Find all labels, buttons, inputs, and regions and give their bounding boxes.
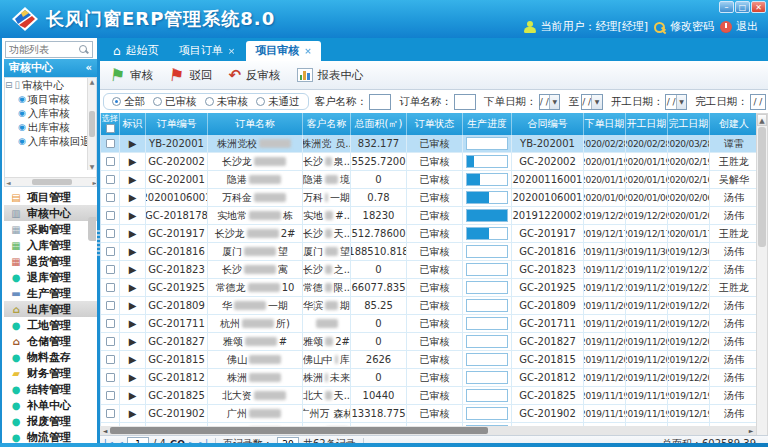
close-button[interactable]: ✕ xyxy=(751,1,766,13)
select-all-checkbox[interactable] xyxy=(106,124,115,133)
finish-date-input[interactable]: / / xyxy=(750,94,766,110)
maximize-button[interactable]: □ xyxy=(735,1,750,13)
column-header-生产进度[interactable]: 生产进度 xyxy=(463,113,512,135)
table-row[interactable]: ▶GC-201816厦门望厦门望188510.818已审核GC-20181620… xyxy=(101,243,756,261)
column-header-订单编号[interactable]: 订单编号 xyxy=(146,113,208,135)
customer-name-input[interactable] xyxy=(369,94,391,110)
tab-项目审核[interactable]: 项目审核× xyxy=(246,41,321,61)
table-row[interactable]: ▶GC-202002长沙龙长沙泉..65525.7200..已审核GC-2020… xyxy=(101,153,756,171)
table-row[interactable]: ▶GC-201711杭州所)0已审核GC-2017112019/11/20201… xyxy=(101,315,756,333)
tab-项目订单[interactable]: 项目订单× xyxy=(170,41,245,61)
table-row[interactable]: ▶GC-201917长沙龙2#长沙天..8512.78600..已审核GC-20… xyxy=(101,225,756,243)
column-header-总面积(㎡)[interactable]: 总面积(㎡) xyxy=(351,113,407,135)
sidebar-item-project[interactable]: ▤项目管理 xyxy=(4,189,97,205)
row-checkbox[interactable] xyxy=(106,247,115,256)
tree-root-audit-center[interactable]: ⊟ ▯ 审核中心 xyxy=(5,78,96,92)
row-checkbox[interactable] xyxy=(106,373,115,382)
row-checkbox[interactable] xyxy=(106,139,115,148)
sidebar-item-goods-return[interactable]: ▦退货管理 xyxy=(4,253,97,269)
sidebar-item-stock-return[interactable]: ●退库管理 xyxy=(4,269,97,285)
审核-button[interactable]: ⚑审核 xyxy=(110,65,153,85)
radio-全部[interactable]: 全部 xyxy=(112,95,145,109)
row-checkbox[interactable] xyxy=(106,391,115,400)
scroll-thumb[interactable] xyxy=(89,111,95,137)
column-header-创建人[interactable]: 创建人 xyxy=(710,113,756,135)
collapse-icon[interactable]: « xyxy=(86,59,92,77)
row-checkbox[interactable] xyxy=(106,283,115,292)
scroll-left-icon[interactable]: ◄ xyxy=(6,179,11,186)
table-row[interactable]: ▶GC-201823长沙寓长沙之..0已审核GC-2018232019/11/2… xyxy=(101,261,756,279)
minimize-button[interactable]: – xyxy=(719,1,734,13)
table-row[interactable]: ▶GC-201809华一期华滨期85.25已审核GC-2018092019/11… xyxy=(101,297,756,315)
column-header-合同编号[interactable]: 合同编号 xyxy=(512,113,584,135)
order-name-input[interactable] xyxy=(454,94,476,110)
radio-已审核[interactable]: 已审核 xyxy=(153,95,197,109)
scroll-up-icon[interactable]: ▲ xyxy=(88,78,96,85)
order-date-from-input[interactable]: / /▼ xyxy=(539,94,561,110)
table-row[interactable]: ▶GC-201825北大资北大天..10440已审核GC-2018252019/… xyxy=(101,387,756,405)
column-header-下单日期[interactable]: 下单日期 xyxy=(584,113,626,135)
table-row[interactable]: ▶GC-201925常德龙10常德限..266077.835..已审核GC-20… xyxy=(101,279,756,297)
tab-起始页[interactable]: ⌂起始页 xyxy=(104,41,168,61)
scroll-right-icon[interactable]: ► xyxy=(746,427,756,434)
sidebar-item-site[interactable]: ●工地管理 xyxy=(4,317,97,333)
column-header-开工日期[interactable]: 开工日期 xyxy=(626,113,668,135)
close-tab-icon[interactable]: × xyxy=(228,41,236,61)
function-search-input[interactable] xyxy=(6,44,79,55)
scroll-thumb[interactable] xyxy=(32,179,72,185)
table-row[interactable]: ▶YB-202001株洲党校株洲党员..832.177已审核YB-2020012… xyxy=(101,135,756,153)
tree-collapse-icon[interactable]: ⊟ xyxy=(5,78,13,92)
报表中心-button[interactable]: 报表中心 xyxy=(297,68,364,83)
scroll-thumb[interactable] xyxy=(758,127,766,247)
column-header-选择[interactable]: 选择 xyxy=(101,113,120,135)
row-checkbox[interactable] xyxy=(106,211,115,220)
radio-未审核[interactable]: 未审核 xyxy=(205,95,249,109)
sidebar-item-inbound[interactable]: ▦入库管理 xyxy=(4,237,97,253)
column-header-标识[interactable]: 标识 xyxy=(120,113,146,135)
tree-vertical-scrollbar[interactable]: ▲ ▼ xyxy=(87,78,96,170)
row-checkbox[interactable] xyxy=(106,265,115,274)
column-header-客户名称[interactable]: 客户名称 xyxy=(303,113,351,135)
sidebar-item-supplement[interactable]: ●补单中心 xyxy=(4,397,97,413)
column-header-完工日期[interactable]: 完工日期 xyxy=(668,113,710,135)
change-password-button[interactable]: 修改密码 xyxy=(654,19,714,34)
scroll-left-icon[interactable]: ◄ xyxy=(100,427,110,434)
order-date-to-input[interactable]: / /▼ xyxy=(581,94,603,110)
row-checkbox[interactable] xyxy=(106,175,115,184)
sidebar-panel-header[interactable]: « 审核中心 xyxy=(4,59,97,77)
splitter-grip[interactable] xyxy=(88,217,96,241)
table-horizontal-scrollbar[interactable]: ◄ ► xyxy=(100,426,756,435)
search-icon[interactable] xyxy=(79,45,89,55)
sidebar-item-scrap[interactable]: ●报废管理 xyxy=(4,413,97,429)
反审核-button[interactable]: ↶反审核 xyxy=(229,66,281,84)
tree-item-3[interactable]: ◉入库审核回退 xyxy=(5,134,96,148)
dropdown-arrow-icon[interactable]: ▼ xyxy=(676,95,686,109)
scroll-down-icon[interactable]: ▼ xyxy=(88,163,96,170)
row-checkbox[interactable] xyxy=(106,229,115,238)
radio-未通过[interactable]: 未通过 xyxy=(256,95,300,109)
sidebar-item-production[interactable]: ▬生产管理 xyxy=(4,285,97,301)
scroll-up-icon[interactable]: ▲ xyxy=(757,114,767,126)
tree-item-0[interactable]: ◉项目审核 xyxy=(5,92,96,106)
row-checkbox[interactable] xyxy=(106,409,115,418)
column-header-订单状态[interactable]: 订单状态 xyxy=(407,113,463,135)
dropdown-arrow-icon[interactable]: ▼ xyxy=(549,95,559,109)
table-row[interactable]: ▶GC-2018178实地常栋实地#..18230已审核201912200022… xyxy=(101,207,756,225)
start-date-input[interactable]: / /▼ xyxy=(665,94,687,110)
sidebar-item-inventory[interactable]: ●物料盘存 xyxy=(4,349,97,365)
sidebar-item-purchase[interactable]: ▦采购管理 xyxy=(4,221,97,237)
table-row[interactable]: ▶20200106001万科金万科一期0.78已审核20200106001202… xyxy=(101,189,756,207)
驳回-button[interactable]: ⚑驳回 xyxy=(169,65,212,85)
table-row[interactable]: ▶GC-201902广州广州万森林13318.775已审核GC-20190220… xyxy=(101,405,756,423)
sidebar-item-warehouse[interactable]: ⌂仓储管理 xyxy=(4,333,97,349)
dropdown-arrow-icon[interactable]: ▼ xyxy=(591,95,601,109)
table-row[interactable]: ▶GC-202001隐港隐港境0已审核202001160012020/01/16… xyxy=(101,171,756,189)
row-checkbox[interactable] xyxy=(106,301,115,310)
tree-horizontal-scrollbar[interactable]: ◄ ► xyxy=(5,177,97,186)
sidebar-item-outbound[interactable]: ⌂出库管理 xyxy=(4,301,97,317)
close-tab-icon[interactable]: × xyxy=(304,41,312,61)
table-row[interactable]: ▶GC-201827雅颂#雅颂2#0已审核GC-2018272019/11/20… xyxy=(101,333,756,351)
tree-item-1[interactable]: ◉入库审核 xyxy=(5,106,96,120)
row-checkbox[interactable] xyxy=(106,157,115,166)
logout-button[interactable]: 退出 xyxy=(720,19,758,34)
